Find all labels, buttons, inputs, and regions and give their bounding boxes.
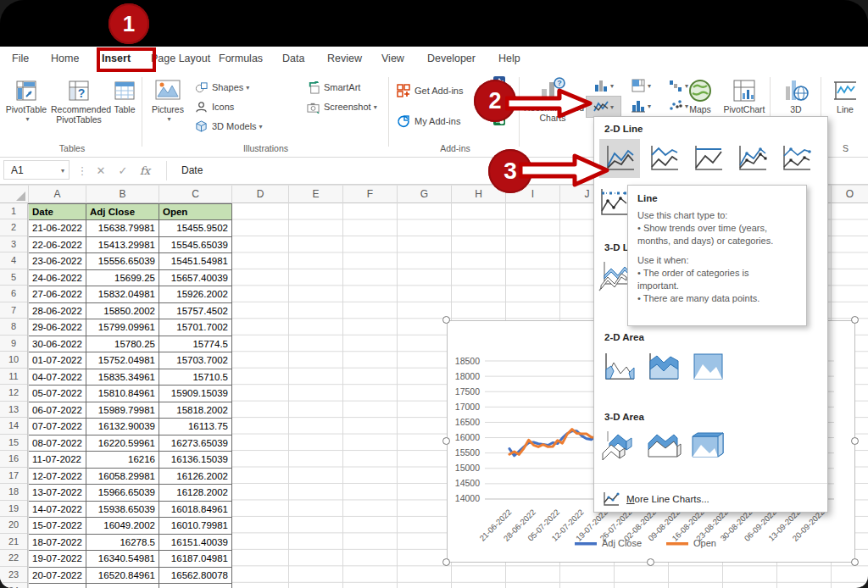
cell[interactable]: 16058.29981 (86, 469, 159, 485)
cell[interactable]: 15703.7002 (159, 352, 232, 369)
cell[interactable]: 16018.84961 (159, 502, 232, 518)
menu-item-100-stacked-area[interactable] (687, 347, 728, 386)
tab-home[interactable]: Home (51, 48, 79, 69)
cell[interactable]: 15657.40039 (159, 270, 232, 286)
cancel-icon[interactable]: ✕ (92, 158, 110, 184)
row-header-20[interactable]: 20 (0, 517, 27, 533)
cell[interactable]: 27-06-2022 (29, 286, 86, 302)
row-header-18[interactable]: 18 (0, 484, 27, 500)
insert-function-icon[interactable]: fx (136, 158, 154, 184)
row-header-24[interactable]: 24 (0, 583, 27, 588)
cell[interactable]: 15989.79981 (86, 402, 159, 419)
pivottable-button[interactable]: PivotTable ▾ (3, 77, 49, 125)
cell[interactable]: 15926.2002 (159, 286, 232, 302)
cell[interactable]: 15752.04981 (86, 352, 159, 369)
cell[interactable]: 19-07-2022 (29, 551, 86, 567)
cell[interactable]: 14-07-2022 (29, 502, 86, 518)
maps-button[interactable]: Maps (680, 77, 721, 114)
menu-item-3d-100-stacked-area[interactable] (687, 427, 728, 466)
cell[interactable]: 07-07-2022 (29, 419, 86, 435)
cell[interactable]: 16126.2002 (159, 469, 232, 485)
enter-icon[interactable]: ✓ (114, 158, 132, 184)
menu-item-stacked-line[interactable] (643, 139, 684, 178)
cell[interactable]: 28-06-2022 (29, 303, 86, 319)
menu-item-area[interactable] (599, 347, 640, 386)
cell[interactable]: 06-07-2022 (29, 402, 86, 419)
row-header-21[interactable]: 21 (0, 534, 27, 550)
cell[interactable]: 15757.4502 (159, 303, 232, 319)
cell[interactable]: 15774.5 (159, 336, 232, 352)
cell[interactable]: 15638.79981 (86, 220, 159, 236)
cell[interactable]: 01-07-2022 (29, 352, 86, 369)
row-header-8[interactable]: 8 (0, 319, 27, 335)
cell[interactable]: 15850.2002 (86, 303, 159, 319)
menu-item-line-markers-variant[interactable] (596, 183, 632, 222)
cell[interactable]: 16113.75 (159, 419, 232, 435)
row-header-23[interactable]: 23 (0, 567, 27, 583)
row-header-6[interactable]: 6 (0, 286, 27, 302)
tab-help[interactable]: Help (498, 48, 520, 69)
row-header-13[interactable]: 13 (0, 402, 27, 418)
menu-item-stacked-line-with-markers[interactable] (776, 139, 816, 178)
name-box[interactable]: A1▾ (3, 160, 70, 180)
row-header-9[interactable]: 9 (0, 336, 27, 352)
row-header-2[interactable]: 2 (0, 219, 27, 236)
header-cell[interactable]: Open (159, 204, 232, 220)
cell[interactable]: 08-07-2022 (29, 435, 86, 452)
cell[interactable]: 30-06-2022 (29, 336, 86, 352)
cell[interactable]: 29-06-2022 (29, 319, 86, 336)
chart-handle-bottom-right[interactable] (851, 558, 859, 566)
cell[interactable]: 16151.40039 (159, 535, 232, 551)
column-header-A[interactable]: A (28, 186, 86, 203)
formula-bar-value[interactable]: Date (181, 158, 203, 184)
row-header-5[interactable]: 5 (0, 269, 27, 286)
column-header-G[interactable]: G (397, 186, 451, 203)
pictures-button[interactable]: Pictures ▾ (147, 77, 188, 125)
cell[interactable]: 16216 (86, 452, 159, 468)
cell[interactable]: 16220.59961 (86, 435, 159, 452)
tab-developer[interactable]: Developer (427, 48, 476, 69)
column-header-O[interactable]: O (831, 186, 868, 203)
cell[interactable]: 15835.34961 (86, 369, 159, 386)
cell[interactable]: 21-07-2022 (29, 584, 86, 588)
row-header-16[interactable]: 16 (0, 451, 27, 467)
column-header-B[interactable]: B (86, 186, 159, 203)
cell[interactable]: 15451.54981 (159, 253, 232, 269)
cell[interactable]: 15818.2002 (159, 402, 232, 419)
cell[interactable]: 15832.04981 (86, 286, 159, 302)
cell[interactable]: 16520.84961 (86, 568, 159, 584)
shapes-button[interactable]: Shapes▾ (195, 79, 249, 96)
cell[interactable]: 11-07-2022 (29, 452, 86, 468)
tab-file[interactable]: File (12, 48, 29, 69)
cell[interactable]: 15938.65039 (86, 502, 159, 518)
cell[interactable]: 05-07-2022 (29, 386, 86, 402)
column-header-D[interactable]: D (231, 186, 288, 203)
cell[interactable]: 16562.80078 (159, 568, 232, 584)
icons-button[interactable]: Icons (195, 98, 234, 115)
menu-item-line-with-markers[interactable] (732, 139, 772, 178)
column-header-E[interactable]: E (288, 186, 342, 203)
more-line-charts-item[interactable]: More Line Charts... (594, 488, 827, 510)
cell[interactable]: 20-07-2022 (29, 568, 86, 584)
insert-hierarchy-chart-button[interactable]: ▾ (624, 75, 658, 96)
chart-handle-mid-right[interactable] (851, 437, 859, 445)
cell[interactable]: 15545.65039 (159, 237, 232, 253)
row-header-4[interactable]: 4 (0, 252, 27, 269)
chart-handle-bottom-mid[interactable] (647, 558, 654, 566)
row-header-1[interactable]: 1 (0, 203, 27, 219)
row-header-17[interactable]: 17 (0, 468, 27, 484)
row-header-7[interactable]: 7 (0, 302, 27, 319)
tab-view[interactable]: View (381, 48, 404, 69)
cell[interactable]: 21-06-2022 (29, 220, 86, 236)
cell[interactable]: 15810.84961 (86, 386, 159, 402)
menu-item-3d-area[interactable] (599, 427, 640, 466)
row-header-10[interactable]: 10 (0, 352, 27, 368)
3d-map-button[interactable]: 3D (775, 77, 817, 114)
cell[interactable]: 23-06-2022 (29, 253, 86, 269)
row-header-22[interactable]: 22 (0, 550, 27, 566)
cell[interactable]: 15413.29981 (86, 237, 159, 253)
row-header-15[interactable]: 15 (0, 435, 27, 451)
cell[interactable]: 15-07-2022 (29, 518, 86, 534)
tab-page-layout[interactable]: Page Layout (151, 48, 210, 69)
my-addins-button[interactable]: My Add-ins (397, 113, 460, 130)
